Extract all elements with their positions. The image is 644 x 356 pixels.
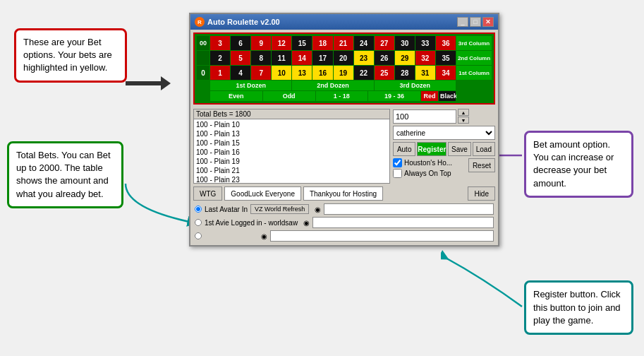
cell-29[interactable]: 29 bbox=[395, 51, 415, 65]
cell-2[interactable]: 2 bbox=[210, 51, 230, 65]
high-btn[interactable]: 19 - 36 bbox=[368, 91, 420, 101]
avatar-radio-0[interactable] bbox=[195, 206, 202, 213]
auto-button[interactable]: Auto bbox=[393, 142, 415, 156]
close-button[interactable]: ✕ bbox=[482, 17, 494, 27]
always-on-top-checkbox[interactable] bbox=[393, 169, 402, 178]
cell-7[interactable]: 7 bbox=[251, 66, 271, 80]
bet-item-6: 100 - Plain 23 bbox=[196, 175, 387, 183]
col-2nd[interactable]: 2nd Column bbox=[456, 51, 492, 65]
cell-15[interactable]: 15 bbox=[292, 36, 312, 50]
cell-22[interactable]: 22 bbox=[354, 66, 374, 80]
cell-1[interactable]: 1 bbox=[210, 66, 230, 80]
register-arrow bbox=[441, 243, 525, 314]
bets-list[interactable]: 100 - Plain 10 100 - Plain 13 100 - Plai… bbox=[194, 119, 389, 183]
avatar-row-1: 1st Avie Logged in - worldsaw ◉ bbox=[195, 217, 494, 228]
bet-item-2: 100 - Plain 15 bbox=[196, 138, 387, 148]
col-1st[interactable]: 1st Column bbox=[456, 66, 492, 80]
cell-36[interactable]: 36 bbox=[436, 36, 456, 50]
cell-00[interactable]: 00 bbox=[197, 36, 209, 50]
minimize-button[interactable]: _ bbox=[457, 17, 468, 27]
cell-9[interactable]: 9 bbox=[251, 36, 271, 50]
tabs-row: WTG GoodLuck Everyone Thankyou for Hosti… bbox=[190, 185, 498, 202]
always-on-top-checkbox-row: Always On Top bbox=[393, 169, 452, 178]
avatar-radio-1[interactable] bbox=[195, 219, 202, 226]
cell-3[interactable]: 3 bbox=[210, 36, 230, 50]
save-button[interactable]: Save bbox=[448, 142, 470, 156]
avatar-radio-2: ◉ bbox=[315, 206, 321, 213]
register-button[interactable]: Register bbox=[417, 142, 446, 156]
right-panel: ▲ ▼ catherine Auto Register Save Load bbox=[393, 109, 495, 184]
dozen-2nd[interactable]: 2nd Dozen bbox=[292, 81, 373, 90]
avatar-radio-4: ◉ bbox=[261, 232, 267, 240]
avatar-row-2: ◉ bbox=[195, 230, 494, 242]
cell-31[interactable]: 31 bbox=[415, 66, 435, 80]
cell-5[interactable]: 5 bbox=[231, 51, 250, 65]
cell-30[interactable]: 30 bbox=[395, 36, 415, 50]
cell-28[interactable]: 28 bbox=[395, 66, 415, 80]
cell-18[interactable]: 18 bbox=[312, 36, 332, 50]
cell-35[interactable]: 35 bbox=[436, 51, 456, 65]
avatar-section: Last Avatar In VZ World Refresh ◉ 1st Av… bbox=[190, 202, 498, 245]
load-button[interactable]: Load bbox=[473, 142, 495, 156]
cell-19[interactable]: 19 bbox=[334, 66, 353, 80]
cell-17[interactable]: 17 bbox=[312, 51, 332, 65]
avatar-input-1[interactable] bbox=[312, 217, 494, 228]
cell-11[interactable]: 11 bbox=[272, 51, 291, 65]
cell-34[interactable]: 34 bbox=[436, 66, 456, 80]
cell-12[interactable]: 12 bbox=[272, 36, 291, 50]
reset-button[interactable]: Reset bbox=[468, 158, 495, 172]
odd-btn[interactable]: Odd bbox=[263, 91, 315, 101]
cell-4[interactable]: 4 bbox=[231, 66, 250, 80]
cell-20[interactable]: 20 bbox=[334, 51, 353, 65]
cell-23[interactable]: 23 bbox=[354, 51, 374, 65]
goodluck-tab[interactable]: GoodLuck Everyone bbox=[224, 186, 301, 201]
hide-button[interactable]: Hide bbox=[468, 186, 495, 201]
black-btn[interactable]: Black bbox=[439, 91, 456, 101]
always-on-top-label: Always On Top bbox=[404, 170, 451, 177]
annotation-bet-amount: Bet amount option. You can increase or d… bbox=[524, 131, 633, 198]
annotation-total-bets-text: Total Bets. You can Bet up to 2000. The … bbox=[16, 150, 111, 199]
spin-up-button[interactable]: ▲ bbox=[458, 109, 469, 116]
cell-24[interactable]: 24 bbox=[354, 36, 374, 50]
checkboxes: Houston's Ho... Always On Top bbox=[393, 158, 452, 178]
cell-8[interactable]: 8 bbox=[251, 51, 271, 65]
window-title: Auto Roulette v2.00 bbox=[207, 18, 280, 26]
dozen-3rd[interactable]: 3rd Dozen bbox=[375, 81, 456, 90]
col-3rd[interactable]: 3rd Column bbox=[456, 36, 492, 50]
avatar-input-2[interactable] bbox=[270, 230, 494, 242]
cell-0-top[interactable] bbox=[197, 51, 209, 65]
app-icon: R bbox=[195, 17, 205, 27]
wtg-tab[interactable]: WTG bbox=[193, 186, 222, 201]
vz-refresh-button[interactable]: VZ World Refresh bbox=[250, 204, 309, 214]
cell-16[interactable]: 16 bbox=[312, 66, 332, 80]
avatar-radio-2b[interactable] bbox=[195, 232, 202, 239]
cell-21[interactable]: 21 bbox=[334, 36, 353, 50]
houstons-checkbox[interactable] bbox=[393, 158, 402, 167]
cell-6[interactable]: 6 bbox=[231, 36, 250, 50]
red-btn[interactable]: Red bbox=[421, 91, 438, 101]
avatar-input-0[interactable] bbox=[324, 203, 494, 215]
spin-down-button[interactable]: ▼ bbox=[458, 117, 469, 124]
name-select[interactable]: catherine bbox=[393, 126, 495, 140]
cell-10[interactable]: 10 bbox=[272, 66, 291, 80]
cell-26[interactable]: 26 bbox=[375, 51, 394, 65]
even-btn[interactable]: Even bbox=[210, 91, 262, 101]
annotation-bet-amount-text: Bet amount option. You can increase or d… bbox=[533, 139, 614, 189]
bet-amount-input[interactable] bbox=[393, 109, 456, 124]
dozen-1st[interactable]: 1st Dozen bbox=[210, 81, 291, 90]
cell-32[interactable]: 32 bbox=[415, 51, 435, 65]
low-btn[interactable]: 1 - 18 bbox=[316, 91, 368, 101]
maximize-button[interactable]: □ bbox=[470, 17, 481, 27]
cell-14[interactable]: 14 bbox=[292, 51, 312, 65]
bet-item-5: 100 - Plain 21 bbox=[196, 166, 387, 175]
cell-0[interactable]: 0 bbox=[197, 66, 209, 80]
cell-13[interactable]: 13 bbox=[292, 66, 312, 80]
thankyou-tab[interactable]: Thankyou for Hosting bbox=[303, 186, 383, 201]
bets-header: Total Bets = 1800 bbox=[194, 109, 389, 119]
avatar-row-0: Last Avatar In VZ World Refresh ◉ bbox=[195, 203, 494, 215]
cell-25[interactable]: 25 bbox=[375, 66, 394, 80]
bets-panel: Total Bets = 1800 100 - Plain 10 100 - P… bbox=[193, 109, 390, 184]
cell-33[interactable]: 33 bbox=[415, 36, 435, 50]
cell-27[interactable]: 27 bbox=[375, 36, 394, 50]
bet-item-3: 100 - Plain 16 bbox=[196, 148, 387, 157]
